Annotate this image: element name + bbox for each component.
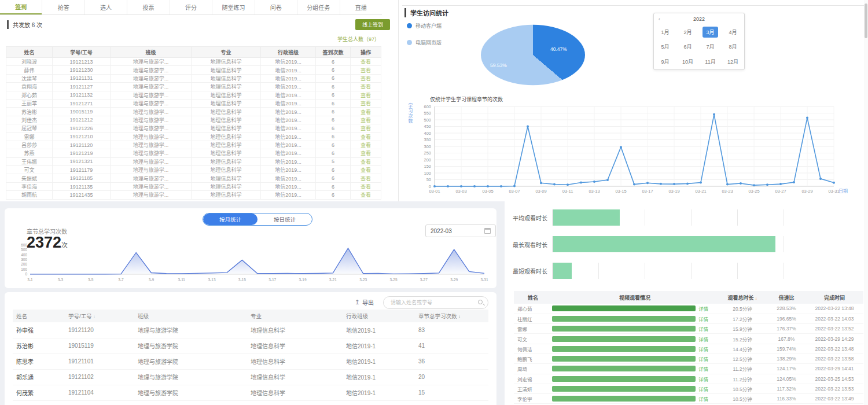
- column-header[interactable]: 章节总学习次数 ↓: [415, 310, 488, 322]
- detail-link[interactable]: 详情: [698, 385, 708, 392]
- calendar-month-8月[interactable]: 8月: [725, 41, 740, 52]
- detail-link[interactable]: 详情: [698, 315, 708, 322]
- calendar-month-11月[interactable]: 11月: [701, 56, 719, 67]
- tab-签到[interactable]: 签到: [0, 0, 42, 14]
- date-picker[interactable]: 2022-03: [425, 224, 496, 237]
- scrollbar-thumb[interactable]: [865, 3, 867, 38]
- legend-item[interactable]: 电脑网页版: [407, 39, 442, 46]
- table-row: 可文详情15.2分钟167.8%2022-03-29 14:29: [514, 334, 863, 344]
- tab-抢答[interactable]: 抢答: [42, 0, 84, 14]
- watch-table-header: 姓名视频观看情况观看总时长 ↓倍速比完成时间: [514, 291, 863, 304]
- pie-chart[interactable]: [481, 25, 585, 85]
- duration-bar-chart[interactable]: 平均观看时长最长观看时长最短观看时长: [513, 206, 860, 287]
- detail-link[interactable]: 详情: [698, 325, 708, 332]
- svg-text:03-07: 03-07: [509, 189, 520, 194]
- svg-text:200: 200: [424, 157, 431, 163]
- view-link[interactable]: 查看: [351, 166, 381, 174]
- calendar-month-5月[interactable]: 5月: [657, 41, 672, 52]
- detail-link[interactable]: 详情: [698, 336, 708, 343]
- detail-link[interactable]: 详情: [698, 305, 708, 312]
- view-link[interactable]: 查看: [351, 116, 381, 124]
- online-checkin-button[interactable]: 线上签到: [355, 19, 390, 30]
- tab-选人[interactable]: 选人: [84, 0, 127, 14]
- svg-text:3-11: 3-11: [178, 278, 185, 282]
- calendar-month-12月[interactable]: 12月: [724, 56, 742, 67]
- svg-text:3-19: 3-19: [299, 278, 306, 282]
- tab-直播[interactable]: 直播: [340, 0, 382, 14]
- tab-投票[interactable]: 投票: [127, 0, 169, 14]
- view-link[interactable]: 查看: [351, 91, 381, 99]
- calendar-month-4月[interactable]: 4月: [725, 27, 740, 38]
- calendar-month-10月[interactable]: 10月: [679, 56, 697, 67]
- area-chart[interactable]: 01002003004005006003-13-33-53-73-93-113-…: [13, 242, 488, 286]
- table-row: 孙申强19121120地理与旅游学院地理信息科学地信2019-183: [13, 322, 488, 338]
- export-button[interactable]: ↥ 导出: [355, 298, 374, 307]
- detail-link[interactable]: 详情: [698, 395, 708, 402]
- calendar-prev-icon[interactable]: ‹: [659, 13, 660, 25]
- sort-icon[interactable]: ↓: [457, 314, 461, 319]
- view-link[interactable]: 查看: [351, 141, 381, 149]
- detail-link[interactable]: 详情: [698, 365, 708, 372]
- legend-dot-icon: [407, 23, 412, 28]
- calendar-month-1月[interactable]: 1月: [657, 27, 672, 38]
- tab-随堂练习[interactable]: 随堂练习: [212, 0, 254, 14]
- table-row: 郑心茹19121132地理与旅游学...地理信息科学地信2019...6查看: [6, 91, 381, 99]
- calendar-month-9月[interactable]: 9月: [657, 56, 672, 67]
- table-row: 袁翔海19121127地理与旅游学...地理信息科学地信2019...6查看: [6, 83, 381, 91]
- bar-最长观看时长[interactable]: [553, 236, 775, 252]
- view-link[interactable]: 查看: [351, 83, 381, 91]
- bar-平均观看时长[interactable]: [553, 209, 620, 226]
- bar-最短观看时长[interactable]: [553, 263, 572, 279]
- tab-评分[interactable]: 评分: [170, 0, 212, 14]
- svg-text:200: 200: [21, 262, 27, 266]
- view-link[interactable]: 查看: [351, 108, 381, 116]
- export-icon: ↥: [355, 299, 360, 306]
- svg-text:03-03: 03-03: [455, 189, 466, 194]
- view-link[interactable]: 查看: [351, 74, 381, 82]
- column-header: 姓名: [6, 47, 53, 58]
- svg-text:150: 150: [424, 164, 431, 169]
- tab-分组任务[interactable]: 分组任务: [297, 0, 339, 14]
- month-picker: ‹ 2022 1月2月3月4月5月6月7月8月9月10月11月12月: [653, 13, 745, 70]
- view-link[interactable]: 查看: [351, 182, 381, 190]
- bar-row: 最短观看时长: [513, 263, 830, 279]
- svg-text:03-27: 03-27: [775, 189, 786, 194]
- view-link[interactable]: 查看: [351, 66, 381, 74]
- table-row: 苏燕19121219地理与旅游学...地理信息科学地信2019...6查看: [6, 149, 381, 157]
- detail-link[interactable]: 详情: [698, 375, 708, 382]
- column-header: 专业: [247, 310, 343, 322]
- search-input[interactable]: [391, 297, 477, 308]
- visit-stats-title: 学生访问统计: [404, 8, 448, 17]
- column-header[interactable]: 观看总时长 ↓: [718, 291, 767, 304]
- view-link[interactable]: 查看: [351, 132, 381, 141]
- scrollbar[interactable]: [864, 0, 868, 405]
- view-link[interactable]: 查看: [351, 157, 381, 165]
- checkin-table: 姓名学号/工号班级专业行政班级签到次数操作 刘晓波19121213地理与旅游学.…: [6, 46, 381, 200]
- sort-icon[interactable]: ↓: [753, 296, 757, 301]
- calendar-month-2月[interactable]: 2月: [680, 27, 695, 38]
- svg-text:3-15: 3-15: [238, 278, 246, 282]
- calendar-month-3月[interactable]: 3月: [703, 27, 718, 38]
- line-chart[interactable]: 05010015020025030035040045050055060003-0…: [399, 101, 868, 200]
- toggle-按日统计[interactable]: 按日统计: [258, 213, 312, 225]
- view-link[interactable]: 查看: [351, 58, 381, 66]
- view-link[interactable]: 查看: [351, 149, 381, 157]
- view-link[interactable]: 查看: [351, 191, 381, 199]
- column-header[interactable]: 学号/工号 ↓: [65, 310, 134, 322]
- column-header: 完成时间: [806, 291, 863, 304]
- sort-icon[interactable]: ↓: [92, 314, 95, 319]
- detail-link[interactable]: 详情: [698, 345, 708, 352]
- table-row: 何佩洁详情14.4分钟159.74%2022-03-22 13:48: [514, 344, 863, 354]
- calendar-month-6月[interactable]: 6月: [680, 41, 695, 52]
- legend-item[interactable]: 移动客户端: [407, 22, 442, 30]
- calendar-month-7月[interactable]: 7月: [703, 41, 718, 52]
- view-link[interactable]: 查看: [351, 124, 381, 132]
- toggle-按月统计[interactable]: 按月统计: [203, 213, 258, 225]
- table-row: 胡雨航19121435地理与旅游学...地理信息科学地信2019...6查看: [6, 191, 381, 199]
- view-link[interactable]: 查看: [351, 99, 381, 107]
- table-row: 郑心茹详情20.5分钟228.53%2022-03-22 13:48: [514, 304, 863, 314]
- detail-link[interactable]: 详情: [698, 355, 708, 362]
- tab-问卷[interactable]: 问卷: [255, 0, 297, 14]
- view-link[interactable]: 查看: [351, 174, 381, 182]
- svg-text:400: 400: [21, 253, 27, 257]
